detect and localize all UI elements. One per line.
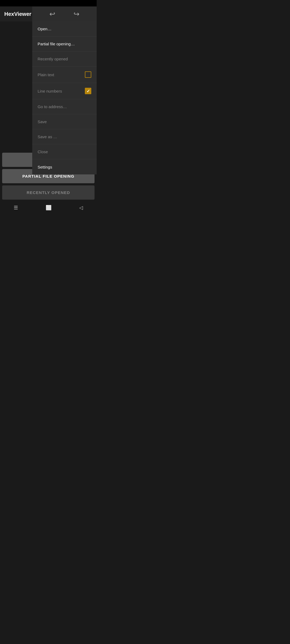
menu-item-partial[interactable]: Partial file opening… — [32, 36, 97, 52]
toolbar: HexViewer ↩ ↪ — [0, 6, 97, 21]
dropdown-menu: Open… Partial file opening… Recently ope… — [32, 21, 97, 174]
nav-back-button[interactable]: ◁ — [77, 202, 86, 213]
menu-item-goto-label: Go to address… — [38, 104, 67, 109]
menu-item-save-as[interactable]: Save as … — [32, 129, 97, 144]
toolbar-title-area: HexViewer — [0, 6, 32, 21]
menu-item-partial-label: Partial file opening… — [38, 42, 75, 46]
menu-item-open[interactable]: Open… — [32, 21, 97, 36]
menu-item-recently[interactable]: Recently opened — [32, 52, 97, 67]
status-bar — [0, 0, 97, 6]
menu-item-plain-text[interactable]: Plain text — [32, 67, 97, 83]
nav-bar: ☰ ⬜ ◁ — [0, 201, 97, 215]
redo-button[interactable]: ↪ — [71, 8, 82, 20]
menu-item-save[interactable]: Save — [32, 114, 97, 129]
nav-menu-button[interactable]: ☰ — [11, 202, 21, 213]
menu-item-close[interactable]: Close — [32, 144, 97, 159]
undo-button[interactable]: ↩ — [47, 8, 57, 20]
toolbar-actions: ↩ ↪ — [32, 8, 97, 20]
menu-item-line-numbers-label: Line numbers — [38, 89, 62, 93]
recently-opened-button[interactable]: RECENTLY OPENED — [2, 185, 95, 200]
menu-item-close-label: Close — [38, 149, 48, 154]
menu-item-save-as-label: Save as … — [38, 134, 57, 139]
menu-item-save-label: Save — [38, 119, 47, 124]
menu-item-settings[interactable]: Settings — [32, 159, 97, 174]
app-title: HexViewer — [4, 11, 31, 17]
plain-text-checkbox[interactable] — [85, 71, 91, 78]
menu-item-line-numbers[interactable]: Line numbers — [32, 83, 97, 99]
menu-item-goto[interactable]: Go to address… — [32, 99, 97, 114]
menu-item-plain-text-label: Plain text — [38, 72, 54, 77]
line-numbers-checkbox[interactable] — [85, 88, 91, 94]
menu-item-open-label: Open… — [38, 27, 52, 31]
nav-home-button[interactable]: ⬜ — [43, 202, 54, 213]
menu-item-settings-label: Settings — [38, 165, 52, 169]
menu-item-recently-label: Recently opened — [38, 57, 68, 61]
